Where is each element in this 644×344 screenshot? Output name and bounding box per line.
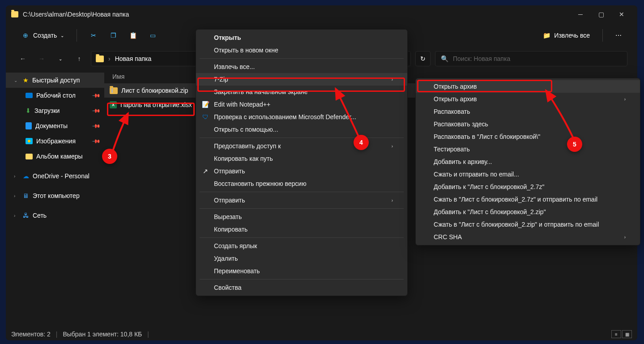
more-icon: ⋯: [615, 32, 622, 39]
network-icon: 🖧: [23, 212, 29, 219]
window-title: C:\Users\alman\Desktop\Новая папка: [23, 11, 570, 18]
ctx-defender[interactable]: 🛡Проверка с использованием Microsoft Def…: [196, 111, 407, 123]
recent-button[interactable]: ⌄: [53, 52, 68, 66]
share-icon: ↗: [201, 167, 209, 175]
minimize-button[interactable]: ─: [570, 5, 591, 23]
ctx-extract[interactable]: Распаковать: [416, 105, 640, 118]
rename-button[interactable]: ▭: [144, 29, 161, 42]
forward-button[interactable]: →: [34, 52, 49, 66]
extract-label: Извлечь все: [554, 32, 590, 39]
sidebar: ⌄★Быстрый доступ Рабочий стол📌 ⬇Загрузки…: [6, 70, 104, 328]
close-button[interactable]: ✕: [611, 5, 632, 23]
document-icon: [26, 122, 32, 129]
title-bar: C:\Users\alman\Desktop\Новая папка ─ ▢ ✕: [6, 5, 637, 23]
back-button[interactable]: ←: [16, 52, 30, 66]
star-icon: ★: [23, 77, 29, 84]
pc-icon: 🖥: [23, 192, 29, 199]
ctx-open-with[interactable]: Открыть с помощью...: [196, 123, 407, 136]
search-input[interactable]: 🔍 Поиск: Новая папка: [435, 51, 627, 66]
chevron-down-icon: ⌄: [60, 33, 64, 38]
view-large-button[interactable]: ▦: [622, 330, 632, 338]
ctx-properties[interactable]: Свойства: [196, 281, 407, 294]
ctx-restore[interactable]: Восстановить прежнюю версию: [196, 177, 407, 190]
ctx-extract-all[interactable]: Извлечь все...: [196, 60, 407, 73]
ctx-open-archive[interactable]: Открыть архив: [416, 80, 640, 93]
ctx-add-archive[interactable]: Добавить к архиву...: [416, 155, 640, 168]
chevron-right-icon: ›: [392, 198, 393, 203]
annotation-badge: 5: [567, 137, 582, 152]
ctx-cut[interactable]: Вырезать: [196, 211, 407, 223]
paste-button[interactable]: 📋: [124, 29, 141, 42]
ctx-add-zip[interactable]: Добавить к "Лист с блокировкой_2.zip": [416, 206, 640, 218]
search-icon: 🔍: [441, 55, 448, 62]
plus-icon: ⊕: [21, 31, 30, 39]
file-name: Пароль на открытие.xlsx: [120, 101, 192, 108]
ctx-add-7z[interactable]: Добавить к "Лист с блокировкой_2.7z": [416, 181, 640, 193]
extract-icon: 📁: [542, 31, 550, 39]
ctx-open-archive-sub[interactable]: Открыть архив›: [416, 93, 640, 105]
pin-icon: 📌: [92, 137, 101, 146]
file-name: Лист с блокировкой.zip: [121, 87, 188, 94]
ctx-extract-here[interactable]: Распаковать здесь: [416, 118, 640, 130]
sidebar-desktop[interactable]: Рабочий стол📌: [6, 88, 104, 103]
create-button[interactable]: ⊕ Создать ⌄: [17, 29, 68, 42]
copy-icon: ❐: [109, 31, 117, 39]
ctx-extract-to[interactable]: Распаковать в "Лист с блокировкой\": [416, 130, 640, 143]
search-placeholder: Поиск: Новая папка: [453, 55, 510, 62]
download-icon: ⬇: [26, 107, 31, 114]
sidebar-thispc[interactable]: ›🖥Этот компьютер: [6, 188, 104, 203]
clipboard-icon: 📋: [129, 31, 137, 39]
context-menu: Открыть Открыть в новом окне Извлечь все…: [196, 29, 408, 296]
view-details-button[interactable]: ≡: [611, 330, 621, 338]
ctx-7zip[interactable]: 7-Zip›: [196, 73, 407, 86]
ctx-compress-7z-email[interactable]: Сжать в "Лист с блокировкой_2.7z" и отпр…: [416, 193, 640, 206]
ctx-delete[interactable]: Удалить: [196, 252, 407, 265]
status-items: Элементов: 2: [11, 331, 51, 338]
sidebar-camera[interactable]: Альбом камеры: [6, 149, 104, 164]
ctx-copy[interactable]: Копировать: [196, 223, 407, 236]
ctx-share-access[interactable]: Предоставить доступ к›: [196, 140, 407, 152]
breadcrumb[interactable]: Новая папка: [115, 55, 152, 62]
shield-icon: 🛡: [201, 113, 209, 121]
copy-button[interactable]: ❐: [105, 29, 122, 42]
cut-button[interactable]: ✂: [85, 29, 102, 42]
context-submenu-7zip: Открыть архив Открыть архив› Распаковать…: [415, 78, 640, 245]
scissors-icon: ✂: [90, 31, 98, 39]
refresh-button[interactable]: ↻: [415, 51, 431, 66]
zip-icon: [110, 87, 118, 94]
ctx-compress-email[interactable]: Сжать и отправить по email...: [416, 168, 640, 181]
pin-icon: 📌: [92, 91, 101, 100]
ctx-pin-start[interactable]: Закрепить на начальном экране: [196, 86, 407, 98]
ctx-send-to[interactable]: Отправить›: [196, 194, 407, 206]
sidebar-network[interactable]: ›🖧Сеть: [6, 208, 104, 223]
ctx-send[interactable]: ↗Отправить: [196, 165, 407, 177]
annotation-badge: 3: [102, 149, 117, 164]
ctx-copy-path[interactable]: Копировать как путь: [196, 152, 407, 165]
sidebar-downloads[interactable]: ⬇Загрузки📌: [6, 103, 104, 118]
sidebar-onedrive[interactable]: ›☁OneDrive - Personal: [6, 168, 104, 184]
sidebar-documents[interactable]: Документы📌: [6, 118, 104, 133]
extract-all-button[interactable]: 📁 Извлечь все: [538, 29, 594, 42]
notepad-icon: 📝: [201, 100, 209, 108]
desktop-icon: [26, 93, 33, 98]
chevron-right-icon: ›: [392, 77, 393, 82]
ctx-notepad[interactable]: 📝Edit with Notepad++: [196, 98, 407, 111]
maximize-button[interactable]: ▢: [591, 5, 611, 23]
ctx-crc-sha[interactable]: CRC SHA›: [416, 231, 640, 243]
chevron-right-icon: ›: [624, 235, 626, 240]
ctx-shortcut[interactable]: Создать ярлык: [196, 240, 407, 252]
ctx-rename[interactable]: Переименовать: [196, 265, 407, 277]
ctx-test[interactable]: Тестировать: [416, 143, 640, 155]
sidebar-pictures[interactable]: Изображения📌: [6, 133, 104, 149]
folder-icon: [96, 56, 104, 62]
chevron-right-icon: ›: [392, 144, 393, 149]
ctx-open-new-window[interactable]: Открыть в новом окне: [196, 44, 407, 56]
rename-icon: ▭: [149, 31, 157, 39]
more-button[interactable]: ⋯: [611, 29, 626, 42]
pictures-icon: [26, 138, 33, 144]
ctx-compress-zip-email[interactable]: Сжать в "Лист с блокировкой_2.zip" и отп…: [416, 218, 640, 231]
folder-icon: [11, 11, 18, 17]
sidebar-quick-access[interactable]: ⌄★Быстрый доступ: [6, 73, 104, 88]
create-label: Создать: [33, 32, 57, 39]
up-button[interactable]: ↑: [72, 52, 86, 66]
